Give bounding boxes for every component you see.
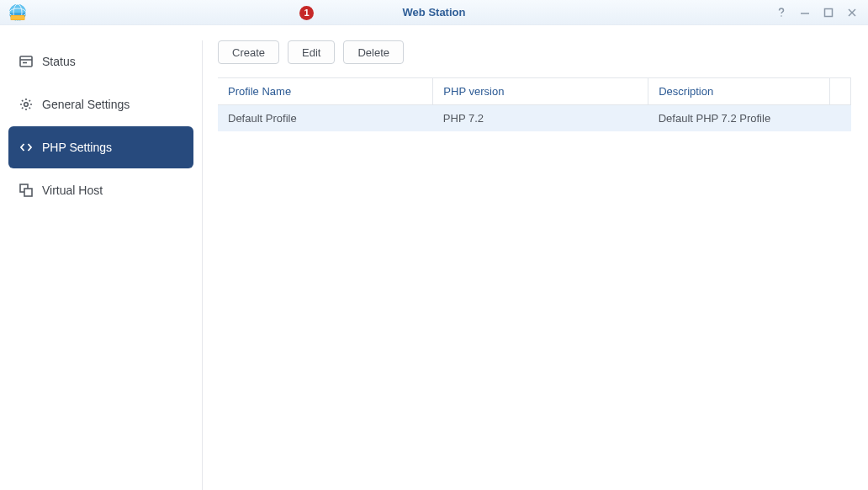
notification-badge: 1	[299, 6, 314, 20]
profiles-table: Profile Name PHP version Description Def…	[218, 77, 851, 131]
delete-button[interactable]: Delete	[343, 40, 404, 64]
code-icon	[17, 140, 35, 155]
sidebar-item-label: Status	[42, 55, 76, 68]
svg-rect-4	[11, 15, 24, 19]
sidebar-item-virtual-host[interactable]: Virtual Host	[8, 169, 193, 211]
svg-rect-15	[24, 189, 32, 196]
titlebar: Web Station 1	[0, 0, 868, 25]
app-icon	[8, 3, 27, 22]
sidebar-item-php-settings[interactable]: PHP Settings	[8, 126, 193, 168]
header-description[interactable]: Description	[648, 78, 830, 105]
app-window: Web Station 1 Status	[0, 0, 868, 490]
sidebar-item-label: General Settings	[42, 98, 130, 111]
window-controls	[765, 7, 868, 19]
sidebar-item-status[interactable]: Status	[8, 40, 193, 83]
main-panel: Create Edit Delete Profile Name PHP vers…	[203, 25, 868, 490]
gear-icon	[17, 97, 35, 112]
svg-point-5	[781, 15, 782, 17]
toolbar: Create Edit Delete	[218, 40, 851, 64]
help-icon[interactable]	[775, 7, 787, 19]
body-area: Status General Settings PHP Settings Vir…	[0, 25, 868, 490]
header-profile-name[interactable]: Profile Name	[218, 78, 433, 105]
table-header-row: Profile Name PHP version Description	[218, 78, 851, 105]
close-icon[interactable]	[846, 7, 858, 19]
cell-description: Default PHP 7.2 Profile	[648, 105, 851, 132]
sidebar-item-label: PHP Settings	[42, 141, 112, 154]
minimize-icon[interactable]	[799, 7, 811, 19]
status-icon	[17, 54, 35, 69]
sidebar-item-label: Virtual Host	[42, 184, 103, 197]
cell-profile-name: Default Profile	[218, 105, 433, 132]
header-spacer	[830, 78, 851, 105]
sidebar: Status General Settings PHP Settings Vir…	[0, 25, 202, 490]
sidebar-item-general-settings[interactable]: General Settings	[8, 83, 193, 125]
create-button[interactable]: Create	[218, 40, 279, 64]
svg-rect-7	[825, 8, 833, 16]
svg-rect-10	[20, 56, 32, 67]
virtual-host-icon	[17, 183, 35, 198]
maximize-icon[interactable]	[823, 7, 834, 19]
svg-point-13	[24, 103, 29, 107]
edit-button[interactable]: Edit	[288, 40, 335, 64]
cell-php-version: PHP 7.2	[433, 105, 648, 132]
window-title: Web Station	[0, 6, 868, 19]
table-row[interactable]: Default Profile PHP 7.2 Default PHP 7.2 …	[218, 105, 851, 132]
header-php-version[interactable]: PHP version	[433, 78, 648, 105]
